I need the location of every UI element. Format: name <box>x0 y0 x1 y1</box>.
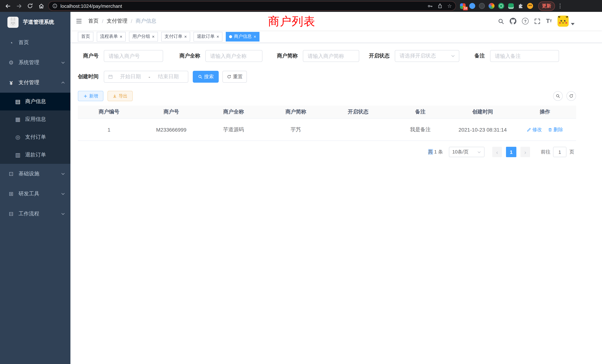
search-button[interactable]: 搜索 <box>193 71 219 83</box>
sidebar-item-home[interactable]: ◔ 首页 <box>0 33 70 53</box>
export-button[interactable]: 导出 <box>108 91 133 101</box>
sidebar-item-dev-tools[interactable]: ⊞ 研发工具 <box>0 184 70 204</box>
sidebar-item-merchant-info[interactable]: ▤ 商户信息 <box>0 93 70 110</box>
date-range-picker[interactable]: 开始日期 - 结束日期 <box>104 71 188 83</box>
tab-home[interactable]: 首页 <box>78 32 93 41</box>
sidebar-item-refund-order[interactable]: ▥ 退款订单 <box>0 146 70 164</box>
extension-icon-blue[interactable] <box>469 2 476 10</box>
refresh-icon <box>569 94 573 98</box>
delete-link[interactable]: 删除 <box>548 126 563 133</box>
extensions-puzzle-icon[interactable] <box>517 2 524 10</box>
page-size-value: 10条/页 <box>452 149 469 155</box>
close-icon[interactable]: × <box>254 34 256 39</box>
tab-process-form[interactable]: 流程表单 × <box>97 32 126 41</box>
full-name-input[interactable] <box>205 50 262 62</box>
sidebar-item-payment[interactable]: ¥ 支付管理 <box>0 73 70 93</box>
github-icon[interactable] <box>510 18 516 24</box>
tab-refund-order[interactable]: 退款订单 × <box>194 32 222 41</box>
filter-short-name: 商户简称 <box>272 50 359 62</box>
goto-page-input[interactable] <box>553 147 566 157</box>
extension-glyph <box>527 3 533 9</box>
reset-button[interactable]: 重置 <box>222 71 247 83</box>
col-header: 商户全称 <box>202 109 265 115</box>
chevron-down-icon <box>477 150 481 154</box>
sidebar-item-system[interactable]: ⚙ 系统管理 <box>0 53 70 73</box>
tab-label: 商户信息 <box>234 33 252 40</box>
hamburger-icon[interactable] <box>76 18 82 24</box>
short-name-input[interactable] <box>303 50 359 62</box>
pagination-total: 共 1 条 <box>428 149 443 155</box>
sidebar-item-workflow[interactable]: ⊟ 工作流程 <box>0 204 70 224</box>
tab-merchant-info[interactable]: 商户信息 × <box>226 32 259 41</box>
col-header: 备注 <box>389 109 452 115</box>
show-search-toggle-button[interactable] <box>553 91 563 101</box>
cell-actions: 修改 删除 <box>514 126 576 133</box>
tab-user-group[interactable]: 用户分组 × <box>129 32 158 41</box>
monitor-icon: ⊡ <box>7 171 16 177</box>
tab-pay-order[interactable]: 支付订单 × <box>161 32 190 41</box>
toolbox-icon: ⊞ <box>7 191 16 197</box>
search-button-label: 搜索 <box>204 73 214 80</box>
browser-forward-icon[interactable] <box>14 1 24 11</box>
extension-icon-orange-face[interactable] <box>526 2 534 10</box>
add-button[interactable]: 新增 <box>78 91 103 101</box>
extension-icon-green-square[interactable] <box>507 2 515 10</box>
gear-icon: ⚙ <box>7 59 16 66</box>
goto-label: 前往 <box>541 149 550 155</box>
extension-icon-rainbow[interactable] <box>488 2 495 10</box>
refresh-table-button[interactable] <box>566 91 576 101</box>
bookmark-star-icon[interactable]: ☆ <box>447 3 452 9</box>
remark-input[interactable] <box>490 50 559 62</box>
help-icon[interactable]: ? <box>522 18 529 24</box>
app-logo[interactable]: 芋道管理系统 <box>0 12 70 33</box>
share-icon[interactable] <box>438 3 443 9</box>
search-icon[interactable] <box>498 18 504 24</box>
close-icon[interactable]: × <box>184 34 187 39</box>
sidebar-item-app-info[interactable]: ▦ 应用信息 <box>0 110 70 128</box>
sidebar-item-pay-order[interactable]: ◎ 支付订单 <box>0 128 70 146</box>
next-page-button[interactable]: › <box>520 147 530 157</box>
add-button-label: 新增 <box>89 93 98 99</box>
browser-update-button[interactable]: 更新 <box>538 1 555 11</box>
app-title: 芋道管理系统 <box>23 19 54 26</box>
extension-icon-colorful[interactable]: 10 <box>459 2 466 10</box>
filter-status: 开启状态 请选择开启状态 <box>369 50 459 62</box>
sidebar-item-label: 退款订单 <box>25 152 46 158</box>
breadcrumb-payment[interactable]: 支付管理 <box>107 18 128 24</box>
page-size-select[interactable]: 10条/页 <box>449 147 484 157</box>
browser-home-icon[interactable] <box>36 1 46 11</box>
font-size-large: T <box>546 18 550 24</box>
page-1-button[interactable]: 1 <box>506 147 516 157</box>
font-size-icon[interactable]: TT <box>546 18 552 24</box>
user-avatar[interactable] <box>558 16 575 27</box>
extension-icon-green-circle[interactable] <box>497 2 505 10</box>
breadcrumb-home[interactable]: 首页 <box>88 18 99 24</box>
yen-icon: ¥ <box>7 79 16 86</box>
close-icon[interactable]: × <box>216 34 219 39</box>
pay-order-icon: ◎ <box>13 134 22 140</box>
status-select[interactable]: 请选择开启状态 <box>395 50 459 62</box>
extension-glyph <box>498 3 504 9</box>
fullscreen-icon[interactable] <box>534 18 540 24</box>
merchant-no-input[interactable] <box>104 50 163 62</box>
prev-page-button[interactable]: ‹ <box>492 147 502 157</box>
filter-label: 商户简称 <box>272 53 298 59</box>
start-date-placeholder: 开始日期 <box>115 73 146 80</box>
chevron-down-icon <box>61 212 65 216</box>
browser-reload-icon[interactable] <box>25 1 35 11</box>
browser-menu-icon[interactable]: ⋮ <box>556 3 564 9</box>
caret-down-icon <box>571 23 575 25</box>
address-bar[interactable]: localhost:1024/pay/merchant ☆ <box>48 1 456 11</box>
extension-icon-dark[interactable] <box>478 2 486 10</box>
close-icon[interactable]: × <box>152 34 155 39</box>
site-info-icon[interactable] <box>52 3 57 9</box>
cell-short-name: 芋艿 <box>265 126 327 133</box>
password-key-icon[interactable] <box>428 3 433 9</box>
edit-link[interactable]: 修改 <box>527 126 542 133</box>
breadcrumb-current: 商户信息 <box>136 18 156 24</box>
search-icon <box>198 75 202 79</box>
extension-glyph <box>508 3 514 9</box>
close-icon[interactable]: × <box>120 34 122 39</box>
browser-back-icon[interactable] <box>3 1 13 11</box>
sidebar-item-infrastructure[interactable]: ⊡ 基础设施 <box>0 164 70 184</box>
